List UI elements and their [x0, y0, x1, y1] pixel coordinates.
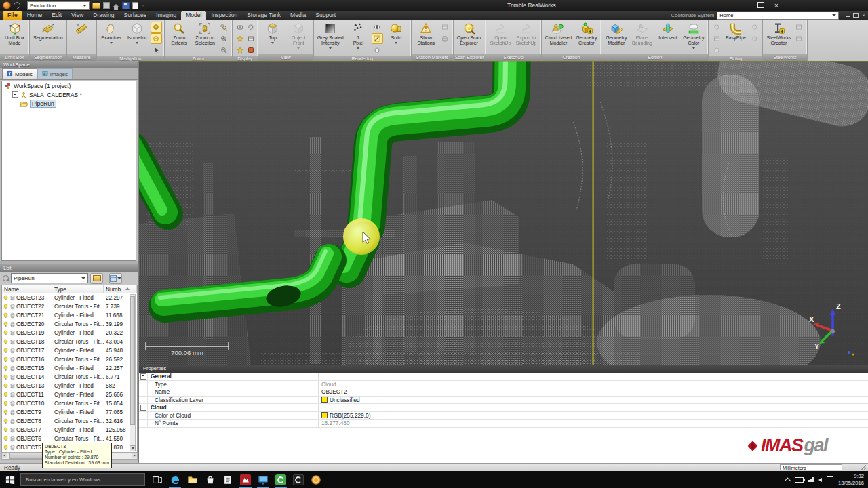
- show-stations-button[interactable]: Show Stations: [414, 20, 439, 47]
- solid-button[interactable]: Solid: [384, 20, 409, 44]
- quick-access-more-icon[interactable]: [141, 5, 145, 7]
- menu-tab-surfaces[interactable]: Surfaces: [119, 11, 151, 20]
- start-button[interactable]: [0, 471, 20, 488]
- cursor-button[interactable]: [151, 45, 162, 56]
- menu-tab-storage-tank[interactable]: Storage Tank: [242, 11, 285, 20]
- refresh-button[interactable]: [749, 22, 760, 33]
- open-project-icon[interactable]: [92, 3, 100, 9]
- mdi-close-icon[interactable]: ×: [862, 13, 865, 18]
- maximize-button[interactable]: [756, 1, 766, 9]
- list-view-mode-button[interactable]: [109, 273, 122, 284]
- refresh-button[interactable]: [711, 22, 722, 33]
- visibility-bulb-icon[interactable]: [3, 295, 9, 301]
- list-row-object10[interactable]: OBJECT10Circular Torus - Fit...15.054: [2, 399, 137, 408]
- list-row-object14[interactable]: OBJECT14Circular Torus - Fit...6.771: [2, 373, 137, 382]
- taskbar-icon-task-view[interactable]: [149, 471, 166, 488]
- list-search-input[interactable]: PipeRun: [11, 273, 88, 283]
- property-value[interactable]: Unclassified: [319, 396, 868, 403]
- taskbar-icon-display-app[interactable]: [254, 471, 272, 488]
- column-header-numb[interactable]: Numb: [104, 285, 137, 293]
- refresh-button[interactable]: [245, 22, 257, 33]
- visibility-bulb-icon[interactable]: [3, 304, 9, 310]
- list-row-object18[interactable]: OBJECT18Circular Torus - Fit...43.004: [2, 338, 137, 346]
- list-row-object17[interactable]: OBJECT17Cylinder - Fitted45.948: [2, 346, 137, 355]
- target-button[interactable]: [151, 33, 162, 44]
- minimize-button[interactable]: [741, 1, 750, 9]
- tree-item-sala-calderas[interactable]: SALA_CALDERAS *: [2, 90, 136, 99]
- panel-button[interactable]: [793, 22, 805, 33]
- menu-tab-home[interactable]: Home: [22, 11, 47, 20]
- units-field[interactable]: Millimeters: [780, 464, 842, 470]
- export-to-sketchup-button[interactable]: Export to SketchUp: [514, 20, 539, 47]
- refresh-button[interactable]: [749, 33, 760, 44]
- orbit-button[interactable]: [151, 22, 162, 33]
- workspace-tab-images[interactable]: Images: [37, 68, 73, 79]
- visibility-bulb-icon[interactable]: [3, 401, 9, 407]
- property-value[interactable]: 18.277.480: [319, 420, 868, 426]
- taskbar-icon-notes[interactable]: [219, 471, 237, 488]
- menu-tab-edit[interactable]: Edit: [47, 11, 66, 20]
- segmentation-button[interactable]: Segmentation: [32, 20, 64, 41]
- menu-tab-model[interactable]: Model: [181, 11, 206, 20]
- 3d-viewport[interactable]: 700.06 mm Z X Y: [139, 61, 868, 365]
- plane-bounding-button[interactable]: Plane Bounding: [629, 20, 654, 47]
- collapse-icon[interactable]: [140, 373, 146, 380]
- menu-tab-inspection[interactable]: Inspection: [206, 11, 242, 20]
- document-icon[interactable]: [132, 2, 138, 9]
- taskbar-icon-camtasia-rec[interactable]: [290, 471, 307, 488]
- close-button[interactable]: ×: [772, 1, 781, 9]
- menu-tab-view[interactable]: View: [66, 11, 88, 20]
- profile-dropdown[interactable]: Production: [27, 1, 90, 10]
- list-vertical-scrollbar[interactable]: [130, 294, 136, 451]
- list-row-object23[interactable]: OBJECT23Cylinder - Fitted22.297: [2, 293, 137, 302]
- printer-button[interactable]: [439, 33, 451, 44]
- object-front-button[interactable]: Object Front: [286, 20, 311, 49]
- list-row-object21[interactable]: OBJECT21Cylinder - Fitted11.668: [2, 311, 137, 320]
- workspace-tab-models[interactable]: Models: [2, 68, 37, 79]
- intersect-button[interactable]: Intersect: [655, 20, 680, 41]
- limit-box-mode-button[interactable]: Limit Box Mode: [2, 20, 27, 47]
- visibility-bulb-icon[interactable]: [3, 427, 9, 433]
- list-row-object11[interactable]: OBJECT11Cylinder - Fitted25.666: [2, 390, 137, 399]
- visibility-bulb-icon[interactable]: [3, 374, 9, 380]
- mdi-minimize-icon[interactable]: [846, 16, 850, 17]
- list-row-object20[interactable]: OBJECT20Circular Torus - Fit...39.199: [2, 320, 137, 329]
- eye-button[interactable]: [372, 22, 383, 33]
- cloud-based-modeler-button[interactable]: Cloud based Modeler: [544, 20, 574, 47]
- camera-button[interactable]: [235, 22, 246, 33]
- panel-button[interactable]: [711, 33, 722, 44]
- tree-item-workspace-1-project[interactable]: WorkSpace (1 project): [2, 81, 136, 90]
- notifications-icon[interactable]: [827, 476, 833, 483]
- zoom-in-button[interactable]: [218, 33, 230, 44]
- panel-button[interactable]: [245, 33, 257, 44]
- property-value[interactable]: Cloud: [319, 381, 868, 388]
- list-row-object7[interactable]: OBJECT7Cylinder - Fitted125.058: [2, 426, 137, 434]
- list-row-object19[interactable]: OBJECT19Cylinder - Fitted20.322: [2, 329, 137, 338]
- visibility-bulb-icon[interactable]: [3, 330, 9, 336]
- visibility-bulb-icon[interactable]: [3, 365, 9, 371]
- 1-pixel-button[interactable]: 1 Pixel: [346, 20, 371, 49]
- volume-icon[interactable]: [818, 478, 822, 482]
- menu-tab-imaging[interactable]: Imaging: [151, 11, 181, 20]
- visibility-bulb-icon[interactable]: [3, 445, 9, 451]
- menu-tab-drawing[interactable]: Drawing: [88, 11, 119, 20]
- tray-chevron-icon[interactable]: [785, 477, 791, 484]
- taskbar-icon-edge[interactable]: [166, 471, 184, 488]
- circle-button[interactable]: [372, 45, 383, 56]
- taskbar-icon-file-explorer[interactable]: [184, 471, 201, 488]
- scrollbar-thumb[interactable]: [130, 296, 135, 425]
- zoom-win-button[interactable]: [218, 22, 230, 33]
- visibility-bulb-icon[interactable]: [3, 339, 9, 345]
- home-view-icon[interactable]: [113, 4, 119, 7]
- star-button[interactable]: [235, 33, 246, 44]
- list-row-object16[interactable]: OBJECT16Circular Torus - Fit...26.592: [2, 355, 137, 364]
- column-header-type[interactable]: Type: [52, 285, 104, 293]
- open-scan-explorer-button[interactable]: Open Scan Explorer: [456, 20, 483, 47]
- visibility-bulb-icon[interactable]: [3, 436, 9, 442]
- panel-button[interactable]: [439, 22, 451, 33]
- grey-scaled-intensity-button[interactable]: Grey Scaled Intensity: [316, 20, 345, 49]
- visibility-bulb-icon[interactable]: [3, 418, 9, 424]
- geometry-creator-button[interactable]: Geometry Creator: [574, 20, 599, 47]
- geometry-color-button[interactable]: Geometry Color: [681, 20, 706, 49]
- list-row-object22[interactable]: OBJECT22Circular Torus - Fit...7.739: [2, 302, 137, 311]
